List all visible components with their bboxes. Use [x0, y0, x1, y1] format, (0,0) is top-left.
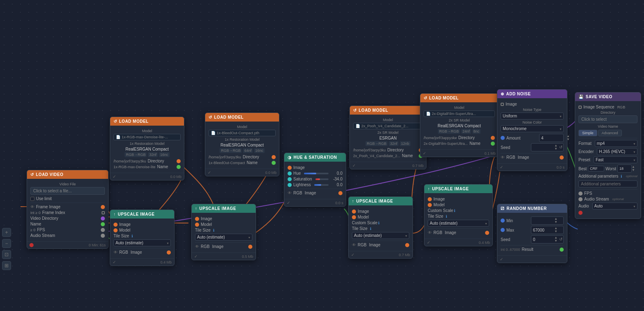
an-noise-color-select[interactable]: Monochrome [501, 125, 564, 132]
an-amount-spin[interactable]: ▲ ▼ [566, 135, 571, 141]
an-seed-input[interactable] [533, 145, 553, 150]
sv-format-select[interactable]: mp4 [595, 140, 637, 147]
an-image-out[interactable] [560, 156, 564, 160]
an-check[interactable]: ✓ [500, 165, 503, 169]
lv-fps-port[interactable] [101, 228, 105, 232]
lm3-check[interactable]: ✓ [352, 163, 356, 168]
an-amount-down[interactable]: ▼ [566, 138, 571, 141]
sv-tab-simple[interactable]: Simple [578, 130, 597, 136]
sv-preset-select[interactable]: Fast [594, 156, 637, 163]
zoom-out-btn[interactable]: − [2, 239, 11, 248]
eye-icon-lv[interactable]: 👁 [30, 205, 34, 209]
lm1-check[interactable]: ✓ [113, 174, 116, 179]
hs-light-port[interactable] [288, 183, 292, 187]
u1-eye[interactable]: 👁 [113, 250, 118, 255]
u2-image-in[interactable] [195, 217, 199, 221]
u2-check[interactable]: ✓ [194, 254, 197, 259]
hue-sat-header[interactable]: ◑ HUE & SATURATION [284, 153, 346, 162]
u4-tile-select[interactable]: Auto (estimate) [428, 220, 489, 227]
video-directory-port[interactable] [101, 216, 105, 221]
lv-name-port[interactable] [101, 222, 105, 226]
u4-image-out[interactable] [485, 231, 489, 235]
an-amount-input[interactable] [541, 136, 566, 140]
sv-tab-advanced[interactable]: Advanced [598, 130, 622, 136]
lm2-dir-port[interactable] [272, 155, 276, 159]
u1-image-in[interactable] [113, 223, 118, 227]
lm1-name-port[interactable] [177, 165, 181, 169]
load-model-1-header[interactable]: ↺ LOAD MODEL [110, 117, 184, 126]
sv-crf-input[interactable] [590, 167, 604, 171]
rn-seed-rand[interactable]: ↺ [558, 237, 563, 241]
sv-encoder-select[interactable]: H.265 (HEVC) [597, 148, 637, 155]
u3-check[interactable]: ✓ [351, 252, 354, 257]
an-seed-rand[interactable]: ↺ [558, 145, 563, 149]
u2-tile-select[interactable]: Auto (estimate) [195, 234, 252, 241]
load-video-header[interactable]: ↺ LOAD VIDEO [27, 170, 108, 179]
upscale-4-header[interactable]: ↑ UPSCALE IMAGE [424, 185, 492, 193]
rn-seed-down[interactable]: ▼ [553, 239, 558, 243]
fit-btn[interactable]: ⊡ [2, 250, 11, 259]
random-number-header[interactable]: ⚂ RANDOM NUMBER [497, 204, 567, 213]
sv-image-seq-port[interactable] [578, 106, 582, 109]
zoom-in-btn[interactable]: + [2, 228, 11, 237]
sv-worst-input[interactable] [619, 167, 631, 171]
rn-check[interactable]: ✓ [500, 257, 503, 261]
rn-max-down[interactable]: ▼ [553, 230, 558, 233]
u3-image-out[interactable] [405, 243, 409, 247]
rn-max-spin[interactable]: ▲ ▼ [553, 227, 558, 233]
u1-check[interactable]: ✓ [113, 260, 116, 264]
u4-eye[interactable]: 👁 [428, 230, 432, 235]
u4-model-in[interactable] [428, 203, 432, 207]
an-eye[interactable]: 👁 [501, 155, 505, 160]
use-limit-checkbox[interactable] [30, 197, 34, 201]
hs-sat-port[interactable] [288, 177, 292, 181]
sv-add-params-input[interactable] [578, 180, 637, 187]
rn-min-port[interactable] [501, 219, 505, 223]
sv-audio-select[interactable]: Auto [592, 203, 637, 210]
an-seed-spin[interactable]: ▲ ▼ [553, 144, 558, 151]
save-video-header[interactable]: 💾 SAVE VIDEO [575, 92, 641, 101]
u3-image-in[interactable] [352, 210, 356, 214]
u3-tile-select[interactable]: Auto (estimate) [352, 232, 409, 239]
lm2-name-port[interactable] [272, 161, 276, 165]
sv-worst-spin[interactable]: ▲ ▼ [631, 165, 636, 172]
sv-fps-port[interactable] [578, 192, 583, 196]
upscale-3-header[interactable]: ↑ UPSCALE IMAGE [349, 197, 413, 205]
u1-model-in[interactable] [113, 228, 118, 232]
hs-image-out-port[interactable] [338, 191, 342, 195]
load-model-3-header[interactable]: ↺ LOAD MODEL [350, 106, 426, 115]
rn-result-port[interactable] [560, 248, 564, 252]
rn-seed-spin[interactable]: ▲ ▼ [553, 236, 558, 243]
u2-model-in[interactable] [195, 223, 199, 227]
rn-max-input[interactable] [533, 228, 553, 232]
rn-min-down[interactable]: ▼ [553, 221, 558, 224]
lm4-name-port[interactable] [491, 142, 495, 146]
lm4-dir-port[interactable] [491, 136, 495, 140]
sv-audio-port[interactable] [578, 197, 583, 201]
hs-eye[interactable]: 👁 [288, 191, 292, 195]
u2-eye[interactable]: 👁 [195, 244, 199, 249]
load-model-2-header[interactable]: ↺ LOAD MODEL [205, 113, 279, 122]
u4-image-in[interactable] [428, 197, 432, 201]
hs-check[interactable]: ✓ [287, 201, 290, 205]
an-image-in[interactable] [501, 103, 504, 106]
u2-image-out[interactable] [248, 245, 252, 249]
sv-worst-down[interactable]: ▼ [631, 169, 636, 172]
load-model-4-header[interactable]: ↺ LOAD MODEL [420, 94, 498, 102]
u3-model-in[interactable] [352, 215, 356, 219]
lm1-dir-port[interactable] [177, 159, 181, 163]
lm2-check[interactable]: ✓ [208, 170, 211, 175]
rn-seed-input[interactable] [533, 237, 553, 242]
rn-min-spin[interactable]: ▲ ▼ [553, 217, 558, 224]
hs-hue-port[interactable] [288, 171, 292, 176]
upscale-2-header[interactable]: ↑ UPSCALE IMAGE [192, 204, 256, 213]
u3-eye[interactable]: 👁 [352, 243, 356, 247]
an-seed-down[interactable]: ▼ [553, 147, 558, 151]
an-noise-type-select[interactable]: Uniform [501, 113, 564, 119]
u4-check[interactable]: ✓ [427, 240, 430, 245]
sv-select-dir-btn[interactable]: Click to select [578, 115, 637, 123]
lm4-check[interactable]: ✓ [423, 151, 426, 156]
u1-image-out[interactable] [167, 250, 171, 255]
hs-image-in-port[interactable] [288, 166, 292, 170]
select-video-file-btn[interactable]: Click to select a file... [30, 187, 105, 195]
